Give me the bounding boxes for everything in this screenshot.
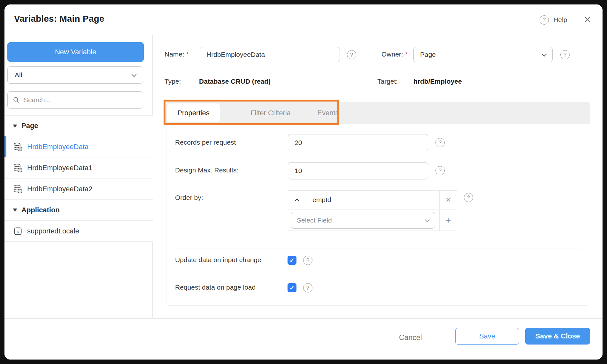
required-asterisk: *	[186, 50, 189, 58]
save-button[interactable]: Save	[455, 328, 519, 345]
update-help-icon[interactable]	[303, 256, 312, 265]
update-on-input-change-label: Update data on input change	[175, 256, 261, 264]
target-value: hrdb/Employee	[413, 78, 462, 85]
order-by-widget: empId Select Field	[288, 190, 457, 231]
type-value: Database CRUD (read)	[199, 78, 271, 85]
variables-dialog: Variables: Main Page Help New Variable A…	[4, 4, 603, 360]
chevron-down-icon	[542, 51, 547, 57]
dialog-footer: Cancel Save Save & Close	[4, 318, 603, 360]
records-per-request-input[interactable]	[288, 134, 428, 151]
variables-tree: Page x HrdbEmployeeData	[4, 115, 153, 242]
records-help-icon[interactable]	[435, 138, 445, 147]
tree-item-label: HrdbEmployeeData	[27, 143, 88, 151]
order-by-label: Order by:	[175, 194, 203, 201]
svg-text:x: x	[19, 168, 21, 172]
plus-icon	[445, 216, 451, 225]
tree-item-hrdbemployeedata2[interactable]: x HrdbEmployeeData2	[4, 178, 153, 200]
svg-text:x: x	[19, 147, 21, 151]
tree-item-label: supportedLocale	[27, 227, 79, 235]
select-field-placeholder: Select Field	[297, 216, 332, 224]
database-crud-icon: x	[13, 142, 23, 152]
help-link[interactable]: Help	[553, 16, 567, 24]
tree-item-label: HrdbEmployeeData1	[27, 164, 92, 172]
svg-text:x: x	[19, 189, 21, 193]
variable-icon: x	[13, 227, 23, 236]
records-per-request-label: Records per request	[175, 139, 236, 146]
tab-events[interactable]: Events	[307, 102, 349, 124]
request-help-icon[interactable]	[303, 283, 312, 292]
required-asterisk: *	[405, 50, 408, 58]
help-icon[interactable]	[540, 15, 549, 25]
request-on-page-load-checkbox[interactable]	[288, 283, 296, 292]
remove-order-field-button[interactable]	[439, 191, 457, 209]
section-divider	[173, 248, 581, 248]
owner-value: Page	[420, 51, 436, 58]
tree-group-label: Application	[21, 206, 60, 214]
order-by-select-row: Select Field	[288, 209, 439, 231]
update-on-input-change-checkbox[interactable]	[288, 256, 296, 265]
database-crud-icon: x	[13, 184, 23, 194]
sort-direction-toggle[interactable]	[288, 191, 306, 209]
chevron-up-icon	[295, 198, 300, 203]
name-input[interactable]	[200, 47, 340, 62]
close-icon[interactable]	[584, 16, 591, 24]
collapse-triangle-icon	[13, 125, 17, 127]
order-by-help-icon[interactable]	[464, 193, 473, 202]
svg-text:x: x	[17, 229, 19, 234]
search-box	[7, 91, 143, 109]
database-crud-icon: x	[13, 163, 23, 173]
tree-group-label: Page	[21, 122, 38, 130]
design-max-help-icon[interactable]	[435, 166, 445, 175]
chevron-down-icon	[425, 217, 430, 222]
remove-icon	[445, 196, 451, 204]
variables-sidebar: New Variable All Page	[4, 35, 153, 318]
owner-label: Owner:*	[381, 50, 408, 58]
type-label: Type:	[165, 78, 181, 85]
select-field-dropdown[interactable]: Select Field	[291, 212, 435, 229]
tree-item-label: HrdbEmployeeData2	[27, 185, 92, 193]
owner-help-icon[interactable]	[560, 50, 570, 59]
cancel-button[interactable]: Cancel	[399, 333, 422, 342]
add-order-field-button[interactable]	[439, 209, 457, 231]
variable-filter-value: All	[15, 71, 22, 79]
tree-item-hrdbemployeedata[interactable]: x HrdbEmployeeData	[4, 136, 153, 157]
dialog-header: Variables: Main Page Help	[4, 4, 603, 35]
tab-properties[interactable]: Properties	[167, 103, 220, 122]
variable-editor: Name:* Owner:* Page Type: Database CRUD …	[153, 35, 603, 318]
request-on-page-load-label: Request data on page load	[175, 284, 256, 291]
variable-filter-dropdown[interactable]: All	[7, 66, 143, 84]
target-label: Target:	[377, 78, 398, 85]
search-icon	[13, 96, 20, 104]
owner-dropdown[interactable]: Page	[413, 47, 553, 62]
dialog-title: Variables: Main Page	[14, 14, 104, 24]
new-variable-button[interactable]: New Variable	[7, 42, 144, 62]
name-label: Name:*	[165, 50, 189, 58]
tree-item-supportedlocale[interactable]: x supportedLocale	[4, 221, 153, 242]
name-help-icon[interactable]	[347, 50, 356, 59]
tree-group-application[interactable]: Application	[4, 200, 153, 221]
tab-filter-criteria[interactable]: Filter Criteria	[242, 102, 299, 124]
tree-group-page[interactable]: Page	[4, 115, 153, 136]
tab-bar: Properties Filter Criteria Events	[166, 102, 590, 124]
order-by-field: empId	[306, 191, 439, 209]
collapse-triangle-icon	[13, 209, 17, 211]
design-max-results-label: Design Max. Results:	[175, 166, 238, 174]
design-max-results-input[interactable]	[288, 162, 428, 179]
save-and-close-button[interactable]: Save & Close	[525, 328, 590, 345]
tree-item-hrdbemployeedata1[interactable]: x HrdbEmployeeData1	[4, 157, 153, 178]
chevron-down-icon	[132, 72, 137, 77]
search-input[interactable]	[24, 96, 138, 104]
